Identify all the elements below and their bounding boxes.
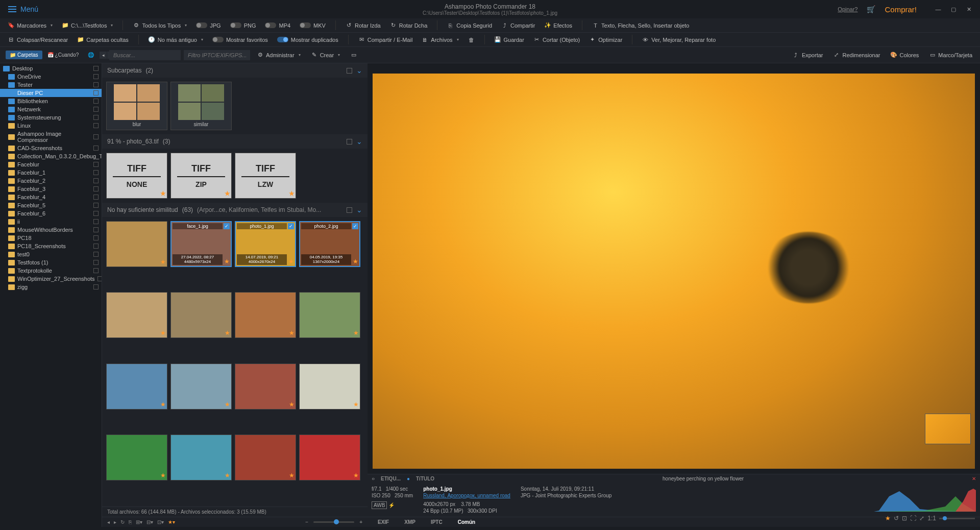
tree-checkbox[interactable] [93,146,99,151]
chevron-down-icon[interactable]: ⌄ [356,137,362,146]
star-icon[interactable]: ★ [288,258,294,265]
globe-tab[interactable]: 🌐 [84,51,98,59]
section-check[interactable] [347,68,352,74]
tree-item[interactable]: Textprotokolle [0,267,102,275]
tree-item[interactable]: MouseWithoutBorders [0,226,102,234]
tree-item[interactable]: Collection_Man_0.3.2.0_Debug_Test [0,152,102,160]
fullscreen-icon[interactable]: ⤢ [919,515,924,522]
trash-button[interactable]: 🗑 [464,35,478,44]
when-tab[interactable]: 📅¿Cuando? [43,51,83,59]
fit-icon[interactable]: ⛶ [910,515,916,522]
photo-thumb[interactable]: ★ [106,364,167,409]
photo-thumb[interactable]: ★ [299,435,360,480]
all-types-button[interactable]: ⚙Todos los Tipos▾ [129,20,190,30]
tree-checkbox[interactable] [93,186,99,191]
star-icon[interactable]: ★ [160,258,166,266]
view-icon[interactable]: ⊡▾ [157,519,164,525]
star-icon[interactable]: ★ [885,515,891,522]
zoom-slider[interactable] [313,521,354,523]
tree-item[interactable]: Ashampoo Image Compressor [0,130,102,144]
subfolder-similar[interactable]: similar [170,82,232,130]
export-button[interactable]: ⤴Exportar [789,50,827,60]
opinion-link[interactable]: Opinar? [838,6,857,12]
tree-checkbox[interactable] [93,178,99,183]
tree-checkbox[interactable] [93,227,99,232]
copy-icon[interactable]: ⎘ [129,519,132,525]
star-icon[interactable]: ★ [225,190,230,197]
nav-back[interactable]: ◂ [100,52,107,59]
rotate-left-button[interactable]: ↺Rotar Izda [342,20,384,30]
zoom-out-icon[interactable]: − [305,519,308,525]
refresh-icon[interactable]: ↻ [120,519,125,525]
chevron-down-icon[interactable]: ⌄ [356,66,362,75]
check-icon[interactable]: ✓ [352,223,358,229]
tab-common[interactable]: Común [458,519,475,525]
preview-zoom-slider[interactable] [939,518,975,519]
png-toggle[interactable]: PNG [227,21,260,30]
mkv-toggle[interactable]: MKV [296,21,329,30]
photo-thumb[interactable]: ★ [170,292,232,338]
tree-checkbox[interactable] [93,162,99,167]
tree-item[interactable]: Tester [0,81,102,89]
check-icon[interactable]: ✓ [288,223,294,229]
star-icon[interactable]: ★ [353,329,359,336]
tree-item[interactable]: Faceblur_1 [0,168,102,177]
photo-thumb[interactable]: ✓photo_1.jpg14.07.2019, 09:214000x2670x2… [235,221,296,267]
text-tools-button[interactable]: TTexto, Flecha, Sello, Insertar objeto [589,20,693,30]
tree-item[interactable]: Faceblur_6 [0,209,102,218]
collapse-button[interactable]: ⊟Colapsar/Rescanear [4,35,71,44]
preview-image[interactable] [373,74,975,469]
backup-button[interactable]: ⎘Copia Segurid [444,20,496,30]
share-email-button[interactable]: ✉Compartir / E-Mail [355,35,416,44]
rotate-right-button[interactable]: ↻Rotar Dcha [386,20,431,30]
tree-item[interactable]: WinOptimizer_27_Screenshots [0,275,102,283]
tree-checkbox[interactable] [93,203,99,208]
tree-item[interactable]: Testfotos (1) [0,258,102,267]
star-icon[interactable]: ★▾ [168,519,175,525]
tree-checkbox[interactable] [93,134,99,139]
photo-thumb[interactable]: ✓face_1.jpg27.04.2022, 08:274480x5973x24… [170,221,232,267]
tree-checkbox[interactable] [93,99,99,104]
tree-item[interactable]: OneDrive [0,73,102,81]
menu-button[interactable]: Menú [4,3,42,15]
maximize-button[interactable]: ▢ [946,4,961,14]
share-button[interactable]: ⤴Compartir [498,20,538,30]
tree-checkbox[interactable] [93,90,99,95]
tree-item[interactable]: Linux [0,122,102,130]
age-filter-button[interactable]: 🕐No más antiguo▾ [145,35,207,44]
tree-checkbox[interactable] [93,74,99,79]
tiff-thumb[interactable]: TIFFLZW★ [235,153,296,199]
search-input[interactable] [109,50,181,60]
tree-item[interactable]: Faceblur [0,160,102,168]
section-check[interactable] [347,207,352,213]
tree-checkbox[interactable] [93,195,99,200]
colors-button[interactable]: 🎨Colores [887,50,922,60]
photo-thumb[interactable]: ★ [170,364,232,409]
location-link[interactable]: Russland, Арогородок, unnamed road [423,493,510,498]
photo-thumb[interactable]: ★ [106,221,167,267]
star-icon[interactable]: ★ [160,472,166,479]
files-button[interactable]: 🗎Archivos▾ [418,35,462,44]
section-nosim[interactable]: No hay suficiente similitud(63) (Arpor..… [102,203,368,217]
mp4-toggle[interactable]: MP4 [261,21,294,30]
check-icon[interactable]: ✓ [224,223,230,229]
tree-item[interactable]: CAD-Screenshots [0,144,102,152]
tiff-thumb[interactable]: TIFFNONE★ [106,153,167,199]
nav-prev-icon[interactable]: ◂ [107,519,110,525]
duplicates-toggle[interactable]: Mostrar duplicados [274,35,342,44]
tree-checkbox[interactable] [93,260,99,265]
photo-thumb[interactable]: ★ [106,435,167,480]
tiff-thumb[interactable]: TIFFZIP★ [170,153,232,199]
photo-thumb[interactable]: ★ [235,292,296,338]
tree-item[interactable]: Faceblur_3 [0,185,102,193]
save-button[interactable]: 💾Guardar [491,35,528,44]
favorites-toggle[interactable]: Mostrar favoritos [209,35,272,44]
tree-checkbox[interactable] [93,123,99,128]
tree-checkbox[interactable] [93,107,99,112]
photo-thumb[interactable]: ★ [299,364,360,409]
minimap[interactable] [925,414,971,444]
star-icon[interactable]: ★ [160,401,166,408]
star-icon[interactable]: ★ [225,472,230,479]
tree-item[interactable]: Netzwerk [0,105,102,113]
crop-button[interactable]: ✂Cortar (Objeto) [530,35,583,44]
